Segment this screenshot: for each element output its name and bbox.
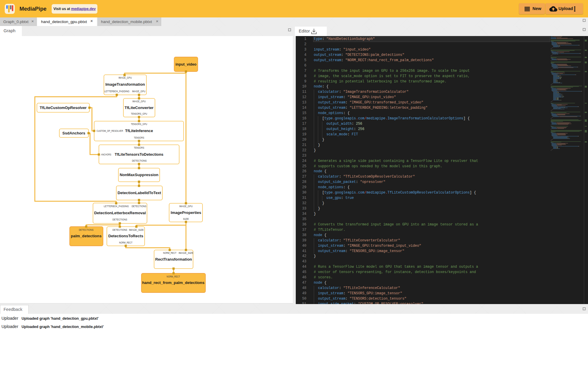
- svg-text:TENSORS: TENSORS: [134, 146, 144, 149]
- svg-text:IMAGE_GPU: IMAGE_GPU: [119, 76, 132, 79]
- svg-text:TfLiteCustomOpResolver: TfLiteCustomOpResolver: [40, 105, 86, 110]
- svg-text:NORM_RECT: NORM_RECT: [167, 275, 180, 278]
- svg-text:IMAGE_GPU: IMAGE_GPU: [179, 205, 193, 208]
- svg-text:NonMaxSuppression: NonMaxSuppression: [120, 173, 158, 177]
- svg-text:IMAGE_SIZE: IMAGE_SIZE: [179, 251, 193, 254]
- svg-text:DETECTIONS: DETECTIONS: [132, 159, 147, 162]
- svg-text:RectTransformation: RectTransformation: [155, 257, 192, 262]
- svg-text:DetectionLabelIdToText: DetectionLabelIdToText: [117, 191, 161, 195]
- svg-text:DetectionLetterboxRemoval: DetectionLetterboxRemoval: [94, 211, 146, 215]
- svg-text:IMAGE_SIZE: IMAGE_SIZE: [129, 228, 144, 231]
- svg-text:TfLiteConverter: TfLiteConverter: [125, 105, 153, 110]
- svg-text:hand_rect_from_palm_detections: hand_rect_from_palm_detections: [142, 281, 205, 285]
- svg-text:DETECTIONS: DETECTIONS: [112, 228, 127, 231]
- svg-text:DETECTIONS: DETECTIONS: [79, 228, 94, 231]
- svg-text:ImageProperties: ImageProperties: [171, 210, 201, 215]
- svg-text:CUSTOM_OP_RESOLVER: CUSTOM_OP_RESOLVER: [97, 129, 123, 132]
- svg-text:TENSORS: TENSORS: [134, 136, 144, 139]
- svg-text:TfLiteTensorsToDetections: TfLiteTensorsToDetections: [115, 152, 164, 157]
- svg-text:ImageTransformation: ImageTransformation: [105, 82, 145, 87]
- svg-text:SIZE: SIZE: [183, 217, 189, 220]
- svg-text:palm_detections: palm_detections: [71, 234, 102, 238]
- svg-text:TENSORS_GPU: TENSORS_GPU: [131, 112, 147, 115]
- svg-text:IMAGE_GPU: IMAGE_GPU: [133, 100, 146, 103]
- svg-text:ANCHORS: ANCHORS: [101, 153, 111, 156]
- svg-text:DETECTIONS: DETECTIONS: [112, 218, 127, 221]
- svg-text:TENSORS_GPU: TENSORS_GPU: [131, 123, 147, 126]
- svg-text:NORM_RECT: NORM_RECT: [119, 241, 133, 244]
- svg-text:LETTERBOX_PADDING: LETTERBOX_PADDING: [104, 90, 130, 93]
- svg-text:TfLiteInference: TfLiteInference: [125, 129, 153, 133]
- svg-text:DETECTIONS: DETECTIONS: [132, 205, 146, 208]
- svg-text:input_video: input_video: [176, 62, 197, 66]
- svg-text:SsdAnchors: SsdAnchors: [62, 131, 85, 135]
- svg-text:IMAGE_GPU: IMAGE_GPU: [132, 90, 146, 93]
- svg-text:LETTERBOX_PADDING: LETTERBOX_PADDING: [104, 205, 129, 208]
- svg-text:DetectionsToRects: DetectionsToRects: [108, 234, 143, 238]
- svg-text:NORM_RECT: NORM_RECT: [163, 251, 177, 254]
